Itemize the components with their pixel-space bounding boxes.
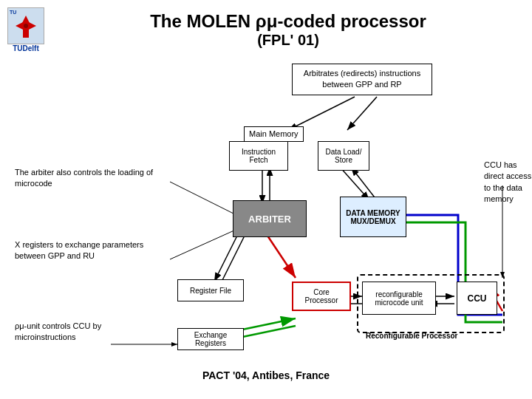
arbiter-box: ARBITER bbox=[233, 200, 307, 237]
arbiter-controls-annotation: The arbiter also controls the loading of… bbox=[15, 167, 163, 190]
arbitrates-box: Arbitrates (redirects) instructions betw… bbox=[292, 64, 432, 95]
svg-marker-3 bbox=[27, 21, 36, 30]
ccu-direct-text: CCU has direct access to the data memory bbox=[484, 160, 531, 203]
exchange-registers-box: Exchange Registers bbox=[177, 328, 244, 350]
header: TU TUDelft The MOLEN ρμ-coded processor … bbox=[0, 0, 532, 52]
data-memory-box: DATA MEMORY MUX/DEMUX bbox=[340, 197, 406, 237]
data-load-text: Data Load/ Store bbox=[321, 148, 366, 164]
arbitrates-text: Arbitrates (redirects) instructions betw… bbox=[296, 68, 428, 91]
exchange-registers-text: Exchange Registers bbox=[181, 331, 240, 347]
arbiter-controls-text: The arbiter also controls the loading of… bbox=[15, 168, 153, 188]
register-file-box: Register File bbox=[177, 279, 244, 301]
diagram: Arbitrates (redirects) instructions betw… bbox=[0, 56, 532, 366]
svg-text:TU: TU bbox=[10, 10, 16, 15]
svg-marker-2 bbox=[16, 21, 24, 30]
reconfig-processor-label: Reconfigurable Processor bbox=[366, 332, 457, 340]
reconfig-processor-outline bbox=[357, 274, 505, 333]
footer-text: PACT '04, Antibes, France bbox=[202, 369, 330, 381]
logo-area: TU TUDelft bbox=[7, 7, 44, 52]
main-memory-label: Main Memory bbox=[244, 126, 304, 142]
x-registers-annotation: X registers to exchange parameters betwe… bbox=[15, 239, 163, 262]
rho-mu-text: ρμ-unit controls CCU by microinstruction… bbox=[15, 321, 101, 341]
sub-title: (FPL' 01) bbox=[59, 32, 517, 49]
data-memory-text: DATA MEMORY MUX/DEMUX bbox=[344, 209, 403, 225]
ccu-direct-annotation: CCU has direct access to the data memory bbox=[484, 160, 532, 205]
instruction-fetch-box: Instruction Fetch bbox=[229, 141, 288, 171]
main-memory-text: Main Memory bbox=[249, 129, 299, 138]
reconfig-processor-text: Reconfigurable Processor bbox=[366, 332, 457, 340]
tu-delft-text: TUDelft bbox=[13, 44, 39, 52]
footer: PACT '04, Antibes, France bbox=[0, 366, 532, 384]
x-registers-text: X registers to exchange parameters betwe… bbox=[15, 240, 143, 260]
data-load-store-box: Data Load/ Store bbox=[318, 141, 369, 171]
instruction-fetch-text: Instruction Fetch bbox=[233, 148, 284, 164]
arbiter-label: ARBITER bbox=[248, 214, 291, 225]
svg-point-4 bbox=[24, 24, 28, 28]
title-area: The MOLEN ρμ-coded processor (FPL' 01) bbox=[59, 11, 517, 49]
rho-mu-annotation: ρμ-unit controls CCU by microinstruction… bbox=[15, 321, 133, 344]
core-processor-text: Core Processor bbox=[296, 288, 347, 304]
main-title: The MOLEN ρμ-coded processor bbox=[59, 11, 517, 32]
tu-delft-logo: TU bbox=[7, 7, 44, 44]
core-processor-box: Core Processor bbox=[292, 282, 351, 311]
register-file-text: Register File bbox=[190, 287, 231, 295]
